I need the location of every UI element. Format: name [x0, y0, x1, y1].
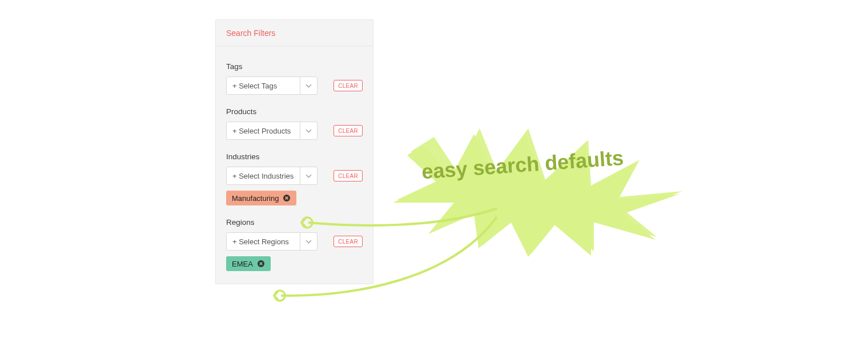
filter-group-regions: Regions + Select Regions CLEAR EMEA: [226, 218, 363, 271]
filter-label-regions: Regions: [226, 218, 363, 227]
filter-row-industries: + Select Industries CLEAR: [226, 167, 363, 185]
filter-label-industries: Industries: [226, 152, 363, 161]
industry-chip-manufacturing: Manufacturing: [226, 191, 296, 205]
region-chip-emea: EMEA: [226, 256, 271, 271]
chevron-down-icon: [300, 233, 317, 250]
clear-tags-button[interactable]: CLEAR: [333, 80, 363, 91]
filter-label-products: Products: [226, 107, 363, 116]
select-industries-placeholder: + Select Industries: [227, 167, 300, 184]
annotation-text: easy search defaults: [421, 146, 624, 184]
filter-label-tags: Tags: [226, 62, 363, 71]
filter-group-products: Products + Select Products CLEAR: [226, 107, 363, 140]
panel-header: Search Filters: [216, 20, 373, 46]
select-industries[interactable]: + Select Industries: [226, 167, 318, 185]
search-filters-panel: Search Filters Tags + Select Tags CLEAR …: [215, 19, 373, 284]
close-icon[interactable]: [283, 194, 291, 202]
panel-title: Search Filters: [226, 29, 275, 38]
filter-group-tags: Tags + Select Tags CLEAR: [226, 62, 363, 95]
filter-row-regions: + Select Regions CLEAR: [226, 232, 363, 251]
clear-industries-button[interactable]: CLEAR: [333, 170, 363, 181]
select-regions-placeholder: + Select Regions: [227, 233, 300, 250]
chevron-down-icon: [300, 122, 317, 139]
filter-row-products: + Select Products CLEAR: [226, 122, 363, 140]
clear-regions-button[interactable]: CLEAR: [333, 236, 363, 247]
select-products-placeholder: + Select Products: [227, 122, 300, 139]
annotation-overlay: [0, 0, 868, 347]
select-tags[interactable]: + Select Tags: [226, 76, 318, 95]
select-tags-placeholder: + Select Tags: [227, 77, 300, 94]
starburst-icon: [393, 128, 682, 257]
filter-group-industries: Industries + Select Industries CLEAR Man…: [226, 152, 363, 205]
svg-point-5: [275, 290, 285, 301]
close-icon[interactable]: [257, 260, 265, 268]
filter-row-tags: + Select Tags CLEAR: [226, 76, 363, 95]
svg-marker-3: [393, 134, 680, 257]
panel-body: Tags + Select Tags CLEAR Products + Sele…: [216, 46, 373, 284]
chevron-down-icon: [300, 77, 317, 94]
select-products[interactable]: + Select Products: [226, 122, 318, 140]
chip-label: EMEA: [232, 260, 253, 268]
select-regions[interactable]: + Select Regions: [226, 232, 318, 251]
clear-products-button[interactable]: CLEAR: [333, 125, 363, 136]
chevron-down-icon: [300, 167, 317, 184]
chip-label: Manufacturing: [232, 194, 279, 203]
svg-marker-2: [397, 128, 682, 254]
